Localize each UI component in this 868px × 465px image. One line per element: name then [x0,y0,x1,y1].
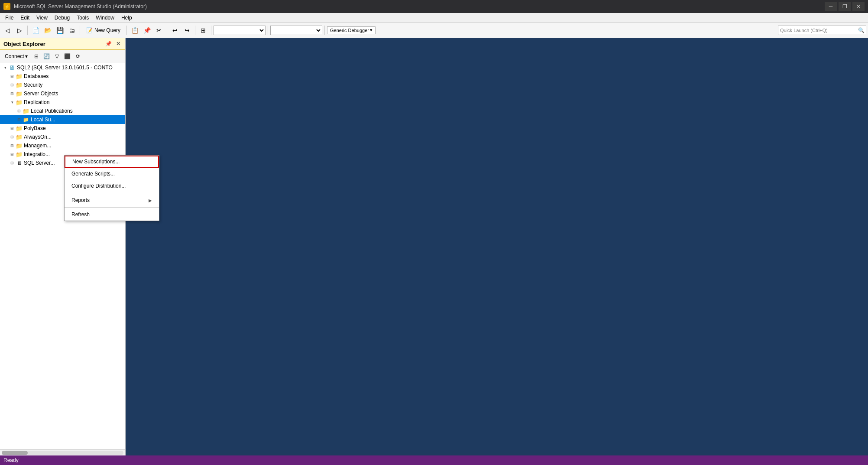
server-label: SQL2 (SQL Server 13.0.1601.5 - CONTO [17,65,113,71]
folder-alwayson-icon: 📁 [16,133,23,140]
menu-view[interactable]: View [33,14,51,22]
local-subscriptions-label: Local Su... [31,117,55,123]
close-button[interactable]: ✕ [852,2,865,11]
scrollbar-thumb [2,451,28,455]
folder-local-subscriptions-icon: 📁 [23,116,29,123]
separator-8 [324,26,325,35]
expander-security: ⊞ [9,81,16,88]
expander-replication: ▾ [9,99,16,106]
main-toolbar: ◁ ▷ 📄 📂 💾 🗂 📝 New Query 📋 📌 ✂ ↩ ↪ ⊞ Gene… [0,23,868,38]
menu-file[interactable]: File [2,14,17,22]
context-menu-reports[interactable]: Reports ▶ [65,194,159,206]
panel-scrollbar[interactable] [0,449,125,455]
context-menu-separator-2 [65,207,159,208]
integration-label: Integratio... [24,151,50,157]
filter-button[interactable]: ▽ [52,52,62,61]
solution-dropdown[interactable] [270,26,322,35]
paste-button[interactable]: 📌 [141,25,152,36]
folder-replication-icon: 📁 [16,99,23,106]
separator-1 [27,26,28,35]
context-menu-refresh[interactable]: Refresh [65,208,159,221]
new-file-button[interactable]: 📄 [30,25,41,36]
tree-item-server-objects[interactable]: ⊞ 📁 Server Objects [0,89,125,98]
expander-polybase: ⊞ [9,125,16,132]
tree-item-databases[interactable]: ⊞ 📁 Databases [0,72,125,81]
title-bar-left: ⚡ Microsoft SQL Server Management Studio… [3,3,147,10]
connect-button[interactable]: Connect ▾ [2,52,31,61]
tree-item-alwayson[interactable]: ⊞ 📁 AlwaysOn... [0,133,125,141]
tree-item-local-subscriptions[interactable]: ⊞ 📁 Local Su... [0,115,125,124]
tree-item-management[interactable]: ⊞ 📁 Managem... [0,141,125,150]
forward-button[interactable]: ▷ [14,25,25,36]
folder-management-icon: 📁 [16,142,23,149]
server-icon: 🖥 [9,64,16,71]
context-menu-new-subscriptions[interactable]: New Subscriptions... [65,156,159,168]
server-objects-label: Server Objects [24,91,58,97]
undo-button[interactable]: ↩ [169,25,181,36]
management-label: Managem... [24,143,51,149]
refresh-label: Refresh [71,211,90,218]
refresh-explorer-button[interactable]: 🔄 [42,52,52,61]
configure-distribution-label: Configure Distribution... [71,183,126,189]
stop-button[interactable]: ⬛ [63,52,72,61]
tree-item-replication[interactable]: ▾ 📁 Replication [0,98,125,107]
copy-button[interactable]: 📋 [129,25,140,36]
context-menu: New Subscriptions... Generate Scripts...… [64,155,159,221]
tree-item-server[interactable]: ▾ 🖥 SQL2 (SQL Server 13.0.1601.5 - CONTO [0,63,125,72]
tree-item-polybase[interactable]: ⊞ 📁 PolyBase [0,124,125,133]
menu-debug[interactable]: Debug [51,14,73,22]
new-query-button[interactable]: 📝 New Query [82,24,124,36]
folder-polybase-icon: 📁 [16,125,23,132]
status-text: Ready [3,457,19,463]
menu-window[interactable]: Window [92,14,118,22]
sync-button[interactable]: ⟳ [73,52,83,61]
minimize-button[interactable]: ─ [825,2,837,11]
generic-debugger-arrow: ▾ [370,27,372,33]
reports-label: Reports [71,197,90,203]
expander-local-subscriptions: ⊞ [16,116,23,123]
polybase-label: PolyBase [24,125,46,131]
panel-title: Object Explorer [3,41,45,47]
restore-button[interactable]: ❐ [839,2,851,11]
panel-close-button[interactable]: ✕ [115,40,122,47]
redo-button[interactable]: ↪ [181,25,193,36]
search-icon: 🔍 [856,26,866,35]
cut-button[interactable]: ✂ [153,25,165,36]
menu-tools[interactable]: Tools [73,14,92,22]
open-file-button[interactable]: 📂 [42,25,53,36]
separator-5 [195,26,195,35]
panel-toolbar: Connect ▾ ⊟ 🔄 ▽ ⬛ ⟳ [0,50,125,62]
pin-button[interactable]: 📌 [104,40,113,47]
expander-integration: ⊞ [9,151,16,158]
menu-help[interactable]: Help [118,14,136,22]
expander-local-publications: ⊞ [16,107,23,114]
folder-security-icon: 📁 [16,81,23,88]
save-button[interactable]: 💾 [54,25,65,36]
save-all-button[interactable]: 🗂 [66,25,78,36]
app-title: Microsoft SQL Server Management Studio (… [14,3,147,10]
separator-7 [268,26,268,35]
databases-label: Databases [24,73,49,79]
disconnect-button[interactable]: ⊟ [32,52,41,61]
generic-debugger-button[interactable]: Generic Debugger ▾ [327,26,376,34]
quick-launch-input[interactable] [778,28,856,33]
menu-edit[interactable]: Edit [17,14,33,22]
title-bar-controls: ─ ❐ ✕ [825,2,865,11]
grid-button[interactable]: ⊞ [198,25,209,36]
context-menu-configure-distribution[interactable]: Configure Distribution... [65,180,159,192]
new-subscriptions-label: New Subscriptions... [72,159,120,165]
tree-item-security[interactable]: ⊞ 📁 Security [0,81,125,89]
connect-arrow: ▾ [25,53,28,59]
database-dropdown[interactable] [214,26,266,35]
panel-header-controls: 📌 ✕ [104,40,122,47]
expander-sql-server-agent: ⊞ [9,159,16,166]
tree-item-local-publications[interactable]: ⊞ 📁 Local Publications [0,107,125,115]
folder-server-objects-icon: 📁 [16,90,23,97]
reports-arrow: ▶ [149,198,152,203]
back-button[interactable]: ◁ [2,25,13,36]
object-explorer-panel: Object Explorer 📌 ✕ Connect ▾ ⊟ 🔄 ▽ ⬛ ⟳ … [0,38,126,455]
folder-databases-icon: 📁 [16,73,23,80]
context-menu-separator-1 [65,193,159,193]
context-menu-generate-scripts[interactable]: Generate Scripts... [65,168,159,180]
connect-label: Connect [5,53,24,59]
